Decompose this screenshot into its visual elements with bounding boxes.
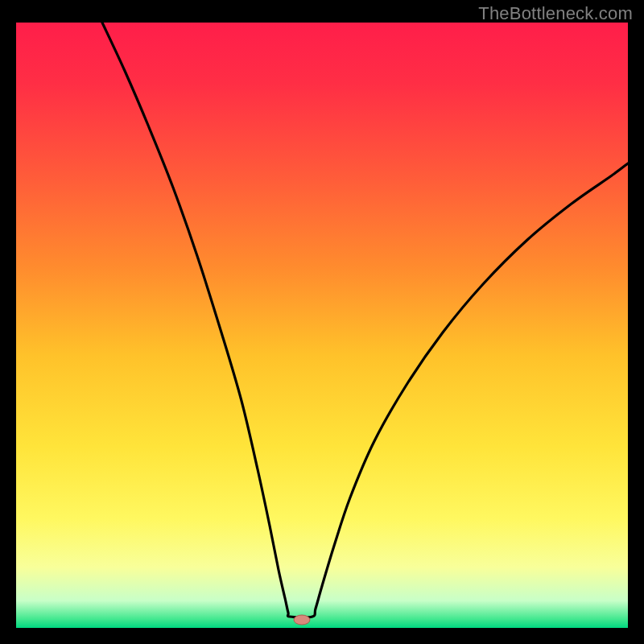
min-marker xyxy=(294,615,310,625)
plot-area xyxy=(16,23,628,628)
watermark-text: TheBottleneck.com xyxy=(478,3,633,24)
chart-frame: TheBottleneck.com xyxy=(0,0,644,644)
chart-svg xyxy=(16,23,628,628)
gradient-background xyxy=(16,23,628,628)
